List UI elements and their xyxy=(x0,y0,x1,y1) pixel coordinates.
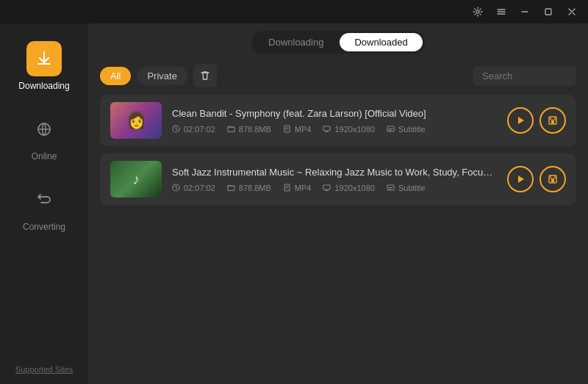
clock-icon-2 xyxy=(172,184,180,192)
tab-bar: Downloading Downloaded xyxy=(88,23,588,59)
svg-rect-1 xyxy=(545,9,551,15)
filter-private-button[interactable]: Private xyxy=(137,67,187,85)
minimize-button[interactable] xyxy=(514,1,535,22)
meta-format-2: MP4 xyxy=(283,184,312,192)
sidebar-item-converting[interactable]: Converting xyxy=(0,172,88,242)
video-thumbnail-1: 👩 xyxy=(110,102,162,139)
close-button[interactable] xyxy=(562,1,582,22)
tab-downloading[interactable]: Downloading xyxy=(254,33,338,51)
menu-button[interactable] xyxy=(491,1,512,22)
main-tab-group: Downloading Downloaded xyxy=(251,31,424,54)
play-button-1[interactable] xyxy=(507,107,534,134)
app-body: Downloading Online Converting Supported … xyxy=(0,23,588,384)
play-button-2[interactable] xyxy=(507,166,534,192)
sidebar-online-label: Online xyxy=(32,151,57,162)
svg-rect-6 xyxy=(323,126,330,131)
content-area: Downloading Downloaded All Private 👩 xyxy=(88,23,588,384)
meta-format-1: MP4 xyxy=(283,125,312,134)
supported-sites-link[interactable]: Supported Sites xyxy=(15,365,73,374)
download-icon-box xyxy=(26,41,62,76)
video-meta-2: 02:07:02 878.8MB MP4 1920x1080 xyxy=(172,184,497,192)
convert-icon-box xyxy=(26,182,62,217)
search-input[interactable] xyxy=(473,66,576,86)
video-title-2: Soft Jazz Instrumental Music ~ Relaxing … xyxy=(172,167,497,178)
sidebar-converting-label: Converting xyxy=(23,222,65,232)
monitor-icon-2 xyxy=(323,184,331,192)
meta-size-1: 878.8MB xyxy=(227,125,271,134)
meta-size-2: 878.8MB xyxy=(227,184,271,192)
video-info-1: Clean Bandit - Symphony (feat. Zara Lars… xyxy=(172,108,497,134)
filter-trash-button[interactable] xyxy=(193,64,217,87)
window-controls xyxy=(467,1,582,22)
sidebar-downloading-label: Downloading xyxy=(18,81,69,91)
video-thumbnail-2: ♪ xyxy=(110,161,162,198)
file-icon xyxy=(283,125,291,133)
maximize-button[interactable] xyxy=(538,1,559,22)
meta-subtitle-1: Subtitle xyxy=(387,125,426,134)
meta-resolution-1: 1920x1080 xyxy=(323,125,374,134)
title-bar xyxy=(0,0,588,23)
meta-subtitle-2: Subtitle xyxy=(387,184,426,192)
tab-downloaded[interactable]: Downloaded xyxy=(340,33,422,51)
subtitle-icon-2 xyxy=(387,184,395,192)
sidebar: Downloading Online Converting Supported … xyxy=(0,23,88,384)
video-list: 👩 Clean Bandit - Symphony (feat. Zara La… xyxy=(88,95,588,384)
sidebar-footer: Supported Sites xyxy=(0,353,88,384)
music-note-icon: ♪ xyxy=(132,171,140,188)
folder-icon-2 xyxy=(227,184,235,192)
svg-marker-16 xyxy=(518,175,524,183)
video-actions-1 xyxy=(507,107,566,134)
svg-point-0 xyxy=(476,10,479,13)
save-button-1[interactable] xyxy=(539,107,566,134)
svg-rect-14 xyxy=(323,185,330,189)
save-button-2[interactable] xyxy=(539,166,566,192)
video-meta-1: 02:07:02 878.8MB MP4 1920x1080 xyxy=(172,125,497,134)
video-card-1: 👩 Clean Bandit - Symphony (feat. Zara La… xyxy=(100,95,576,146)
svg-marker-8 xyxy=(518,117,524,124)
meta-duration-2: 02:07:02 xyxy=(172,184,215,192)
folder-icon xyxy=(227,125,235,133)
meta-resolution-2: 1920x1080 xyxy=(323,184,374,192)
video-actions-2 xyxy=(507,166,566,192)
file-icon-2 xyxy=(283,184,291,192)
video-card-2: ♪ Soft Jazz Instrumental Music ~ Relaxin… xyxy=(100,153,576,205)
video-title-1: Clean Bandit - Symphony (feat. Zara Lars… xyxy=(172,108,497,119)
filter-all-button[interactable]: All xyxy=(100,67,131,85)
filter-bar: All Private xyxy=(88,59,588,95)
video-info-2: Soft Jazz Instrumental Music ~ Relaxing … xyxy=(172,167,497,192)
settings-button[interactable] xyxy=(467,1,488,22)
clock-icon xyxy=(172,125,180,133)
sidebar-item-online[interactable]: Online xyxy=(0,101,88,172)
subtitle-icon xyxy=(387,125,395,133)
svg-rect-18 xyxy=(551,179,554,182)
sidebar-item-downloading[interactable]: Downloading xyxy=(0,31,88,101)
meta-duration-1: 02:07:02 xyxy=(172,125,215,134)
svg-rect-10 xyxy=(551,120,554,123)
online-icon-box xyxy=(26,112,62,147)
monitor-icon xyxy=(323,125,331,133)
